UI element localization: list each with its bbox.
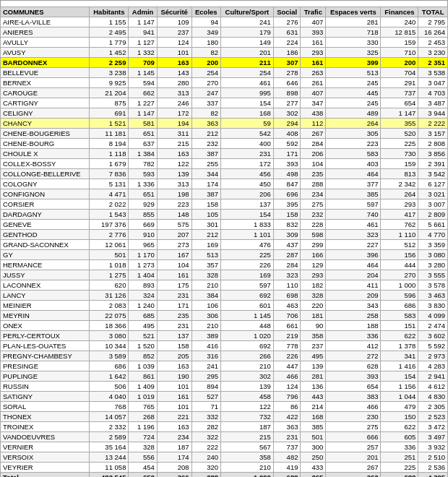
footer-value: 4 395 [418, 473, 448, 478]
cell-value: 393 [301, 27, 326, 38]
cell-value: 385 [326, 189, 381, 199]
cell-value: 3 238 [90, 68, 129, 78]
cell-value: 291 [381, 78, 418, 88]
cell-value: 2 776 [90, 230, 129, 240]
cell-value: 168 [221, 108, 274, 119]
cell-value: 2 523 [418, 412, 448, 422]
cell-value: 377 [326, 179, 381, 189]
cell-value: 399 [326, 58, 381, 68]
commune-name: CHANCY [1, 119, 90, 129]
table-row: CHENE-BOUGERIES11 1816513112125424082673… [1, 129, 448, 139]
cell-value: 447 [273, 361, 301, 371]
cell-value: 228 [301, 220, 326, 230]
cell-value: 407 [301, 17, 326, 27]
cell-value: 408 [273, 129, 301, 139]
table-row: RUSSIN5061 4091018941391241366541 1564 6… [1, 382, 448, 392]
cell-value: 209 [326, 291, 381, 301]
commune-name: AVULLY [1, 38, 90, 48]
cell-value: 1 170 [129, 250, 157, 260]
cell-value: 637 [129, 139, 157, 149]
cell-value: 143 [157, 68, 191, 78]
cell-value: 3 007 [418, 199, 448, 210]
cell-value: 450 [221, 179, 274, 189]
cell-value: 3 856 [418, 149, 448, 159]
cell-value: 180 [191, 38, 220, 48]
cell-value: 466 [273, 371, 301, 382]
cell-value: 622 [381, 422, 418, 432]
cell-value: 2 222 [418, 119, 448, 129]
cell-value: 1 039 [129, 361, 157, 371]
commune-name: COLLONGE-BELLERIVE [1, 169, 90, 179]
cell-value: 444 [381, 260, 418, 270]
cell-value: 2 305 [418, 402, 448, 412]
cell-value: 737 [273, 442, 301, 452]
cell-value: 567 [221, 442, 274, 452]
cell-value: 1 642 [90, 371, 129, 382]
cell-value: 231 [157, 321, 191, 331]
cell-value: 245 [326, 78, 381, 88]
cell-value: 4 283 [418, 361, 448, 371]
cell-value: 172 [157, 108, 191, 119]
footer-value: 366 [157, 473, 191, 478]
cell-value: 234 [157, 432, 191, 442]
cell-value: 101 [157, 48, 191, 58]
cell-value: 691 [90, 108, 129, 119]
cell-value: 669 [129, 220, 157, 230]
cell-value: 268 [129, 412, 157, 422]
cell-value: 556 [129, 452, 157, 463]
column-header: Habitants [90, 7, 129, 17]
cell-value: 104 [157, 260, 191, 270]
cell-value: 163 [157, 58, 191, 68]
cell-value: 1 147 [381, 108, 418, 119]
cell-value: 59 [221, 119, 274, 129]
commune-name: GY [1, 250, 90, 260]
cell-value: 1 378 [381, 341, 418, 351]
commune-name: CORSIER [1, 199, 90, 210]
cell-value: 495 [129, 321, 157, 331]
cell-value: 231 [273, 432, 301, 442]
cell-value: 122 [221, 402, 274, 412]
cell-value: 154 [221, 98, 274, 108]
cell-value: 393 [273, 159, 301, 169]
cell-value: 403 [326, 159, 381, 169]
cell-value: 3 487 [418, 98, 448, 108]
cell-value: 3 280 [418, 260, 448, 270]
cell-value: 294 [273, 119, 301, 129]
table-row: ONEX18 366495231210448661901881512 474 [1, 321, 448, 331]
cell-value: 200 [381, 58, 418, 68]
cell-value: 458 [221, 392, 274, 402]
cell-value: 139 [157, 169, 191, 179]
cell-value: 14 057 [90, 412, 129, 422]
cell-value: 31 126 [90, 291, 129, 301]
cell-value: 4 830 [418, 392, 448, 402]
cell-value: 270 [381, 270, 418, 280]
cell-value: 1 145 [129, 68, 157, 78]
cell-value: 323 [326, 230, 381, 240]
cell-value: 284 [301, 139, 326, 149]
column-header: COMMUNES [1, 7, 90, 17]
cell-value: 316 [191, 351, 220, 361]
cell-value: 464 [326, 260, 381, 270]
main-table: COMMUNESHabitantsAdminSécuritéEcolesCult… [0, 7, 448, 477]
cell-value: 101 [157, 402, 191, 412]
cell-value: 363 [191, 119, 220, 129]
commune-name: CARTIGNY [1, 98, 90, 108]
cell-value: 941 [129, 27, 157, 38]
cell-value: 332 [191, 412, 220, 422]
cell-value: 10 344 [90, 341, 129, 351]
cell-value: 2 453 [418, 38, 448, 48]
table-row: COLOGNY5 1311 3363131744508472883772 342… [1, 179, 448, 189]
cell-value: 35 164 [90, 442, 129, 452]
cell-value: 3 830 [418, 301, 448, 311]
cell-value: 82 [191, 48, 220, 58]
cell-value: 1 156 [381, 382, 418, 392]
cell-value: 227 [326, 240, 381, 250]
cell-value: 175 [157, 280, 191, 291]
cell-value: 245 [326, 98, 381, 108]
cell-value: 4 703 [418, 88, 448, 98]
cell-value: 1 332 [129, 48, 157, 58]
cell-value: 476 [221, 240, 274, 250]
cell-value: 513 [191, 250, 220, 260]
cell-value: 198 [157, 189, 191, 199]
cell-value: 498 [273, 169, 301, 179]
